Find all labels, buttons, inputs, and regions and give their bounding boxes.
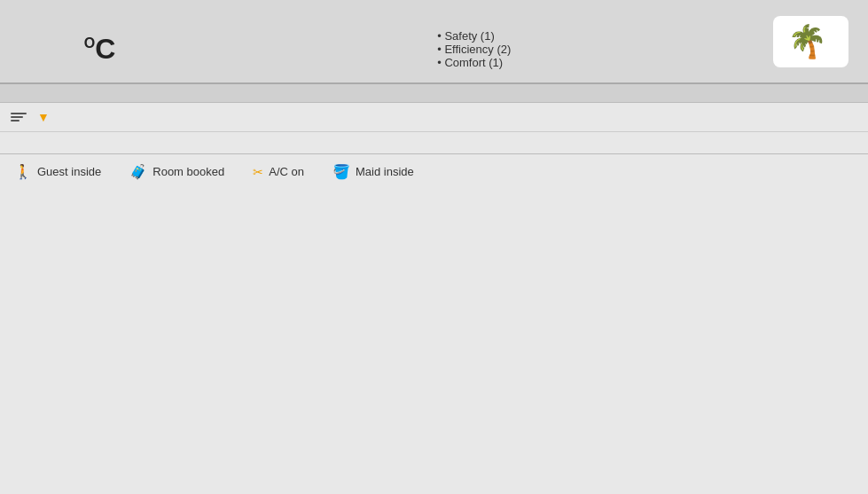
power-label	[189, 33, 367, 48]
legend: 🚶 Guest inside 🧳 Room booked ✂ A/C on 🪣 …	[0, 153, 868, 189]
sort-arrow-icon: ▼	[37, 110, 50, 124]
legend-guest-label: Guest inside	[37, 165, 101, 178]
message-item: Comfort (1)	[437, 56, 511, 69]
maid-icon: 🪣	[332, 163, 350, 180]
outside-temp-section: OC	[11, 17, 189, 67]
filter-bar: ▼	[0, 103, 868, 132]
ac-icon: ✂	[253, 165, 263, 179]
legend-booked-label: Room booked	[152, 165, 224, 178]
legend-booked: 🧳 Room booked	[129, 163, 224, 180]
power-section	[189, 33, 367, 50]
nav-bar	[0, 84, 868, 103]
booked-icon: 🧳	[129, 163, 147, 180]
messages-list: Safety (1)Efficiency (2)Comfort (1)	[437, 29, 511, 69]
outside-temp-label	[11, 17, 189, 32]
message-item: Efficiency (2)	[437, 43, 511, 56]
legend-guest: 🚶 Guest inside	[14, 163, 101, 180]
messages-section: Safety (1)Efficiency (2)Comfort (1)	[367, 12, 581, 70]
outside-temp-value: OC	[11, 33, 189, 66]
message-item: Safety (1)	[437, 29, 511, 43]
legend-maid: 🪣 Maid inside	[332, 163, 414, 180]
legend-maid-label: Maid inside	[356, 165, 414, 178]
palm-icon: 🌴	[787, 23, 827, 60]
logo-section: 🌴	[581, 16, 857, 67]
sort-icon	[11, 113, 27, 122]
header: OC Safety (1)Efficiency (2)Comfort (1) 🌴	[0, 0, 868, 84]
legend-ac-label: A/C on	[269, 165, 304, 178]
legend-ac: ✂ A/C on	[253, 165, 304, 179]
messages-label	[367, 12, 581, 26]
logo-box: 🌴	[773, 16, 848, 67]
guest-icon: 🚶	[14, 163, 32, 180]
rooms-grid	[0, 132, 868, 150]
